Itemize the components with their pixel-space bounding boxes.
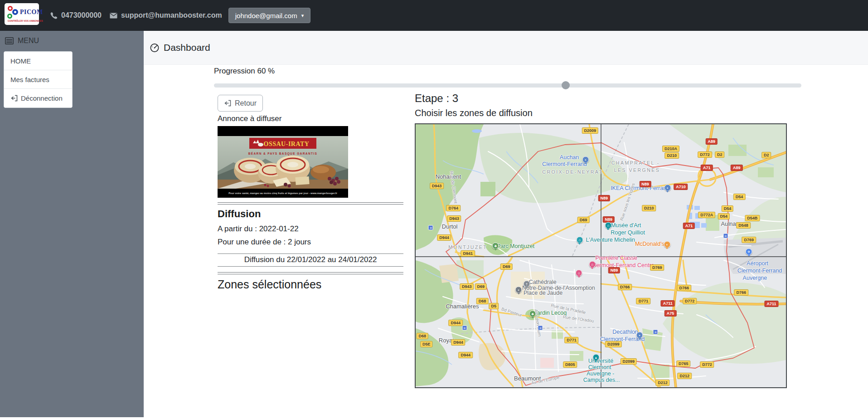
main-content: Progression 60 % Retour Annonce à diffus… (144, 65, 868, 419)
user-email: johndoe@gmail.com (235, 12, 297, 19)
diffusion-zones-map[interactable]: NohanentDurtolChamalièresRoyatBeaumontAu… (415, 123, 787, 388)
map-zone-northeast[interactable] (601, 124, 786, 256)
zones-panel: Etape : 3 Choisir les zones de diffusion (415, 92, 787, 388)
back-arrow-icon (224, 100, 231, 107)
phone-contact: 0473000000 (50, 11, 102, 19)
logo-circle-icon (8, 6, 13, 11)
phone-number: 0473000000 (61, 11, 102, 19)
logout-icon (10, 95, 18, 102)
phone-icon (50, 12, 58, 19)
logo-circle-icon (12, 9, 18, 15)
ad-image: OSSAU-IRATY BÉARN & PAYS BASQUE GARANTIS… (218, 126, 348, 198)
logo-brand: PICOM (20, 9, 43, 16)
chevron-down-icon: ▾ (301, 13, 304, 18)
ad-subtitle: BÉARN & PAYS BASQUE GARANTIS (248, 151, 318, 156)
sidebar-item-label: HOME (10, 57, 31, 65)
divider-double (218, 272, 403, 274)
back-button[interactable]: Retour (218, 95, 263, 112)
sidebar: MENU HOME Mes factures Déconnection (0, 31, 144, 417)
menu-list-icon (5, 37, 14, 44)
page-title: Dashboard (164, 42, 210, 53)
diffusion-range: Diffusion du 22/01/2022 au 24/01/2022 (218, 253, 403, 267)
progress-label: Progression 60 % (214, 67, 275, 76)
email-contact: support@humanbooster.com (110, 11, 222, 19)
map-zone-southwest[interactable] (416, 256, 601, 387)
envelope-icon (110, 12, 117, 19)
announcement-panel: Retour Annonce à diffuser (218, 95, 403, 291)
map-zone-southeast[interactable] (601, 256, 786, 387)
sidebar-item-label: Mes factures (10, 76, 49, 83)
user-dropdown-button[interactable]: johndoe@gmail.com ▾ (228, 8, 311, 23)
progress-slider-thumb[interactable] (562, 81, 570, 89)
progress-slider[interactable] (214, 81, 801, 89)
topbar: PICOM CONTRÔLER VOS ANNONCES 0473000000 … (0, 0, 868, 31)
logo-tagline: CONTRÔLER VOS ANNONCES (8, 19, 43, 22)
step-label: Etape : 3 (415, 92, 787, 105)
page-header: Dashboard (144, 31, 868, 65)
progress-slider-track[interactable] (214, 83, 801, 88)
sidebar-item-factures[interactable]: Mes factures (4, 70, 72, 89)
picom-logo: PICOM CONTRÔLER VOS ANNONCES (5, 3, 39, 25)
step-instruction: Choisir les zones de diffusion (415, 108, 787, 118)
ad-footer: Pour votre santé, mangez au moins cinq f… (228, 192, 338, 195)
menu-header: MENU (0, 31, 144, 45)
ad-brand: OSSAU-IRATY (264, 141, 310, 147)
support-email: support@humanbooster.com (121, 11, 222, 19)
sidebar-item-home[interactable]: HOME (4, 52, 72, 70)
sidebar-item-deconnection[interactable]: Déconnection (4, 89, 72, 107)
annonce-label: Annonce à diffuser (218, 114, 403, 123)
sidebar-menu: HOME Mes factures Déconnection (4, 51, 73, 108)
logo-circle-icon (7, 14, 12, 19)
menu-label: MENU (18, 37, 39, 45)
diffusion-heading: Diffusion (218, 208, 403, 220)
divider-double (218, 202, 403, 205)
diffusion-duration: Pour une durée de : 2 jours (218, 237, 403, 247)
sidebar-item-label: Déconnection (21, 94, 63, 102)
dashboard-gauge-icon (150, 43, 160, 53)
map-zone-northwest[interactable] (416, 124, 601, 256)
zones-heading: Zones sélectionnées (218, 278, 403, 291)
diffusion-start: A partir du : 2022-01-22 (218, 224, 403, 234)
back-button-label: Retour (235, 99, 257, 107)
